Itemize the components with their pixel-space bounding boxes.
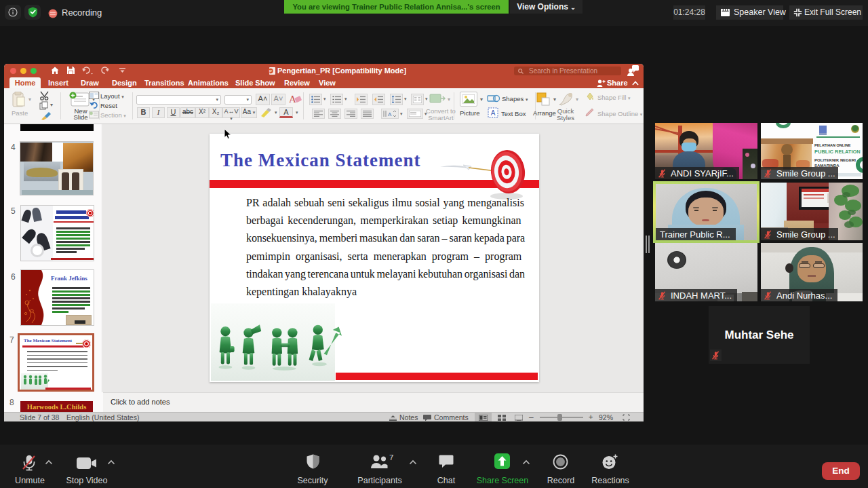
svg-text:P: P: [269, 69, 272, 73]
svg-text:A: A: [491, 109, 496, 117]
svg-text:A: A: [388, 111, 392, 117]
